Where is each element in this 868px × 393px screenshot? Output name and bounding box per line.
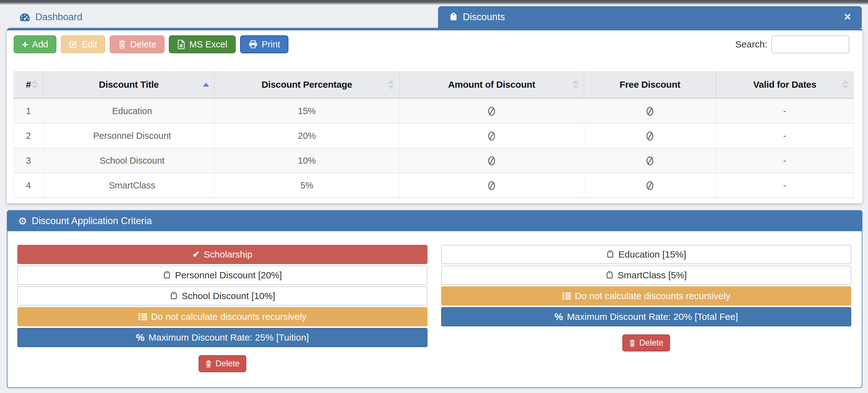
criteria-item-scholarship[interactable]: ✔ Scholarship <box>17 245 428 264</box>
criteria-delete-label: Delete <box>215 359 240 368</box>
discount-title-cell: School Discount <box>43 148 214 173</box>
table-row[interactable]: 4 SmartClass 5% - <box>14 173 854 198</box>
free-discount-cell <box>584 148 716 173</box>
search-label: Search: <box>736 39 767 50</box>
table-row[interactable]: 1 Education 15% - <box>14 98 854 123</box>
list-icon <box>138 313 147 321</box>
printer-icon <box>248 40 258 49</box>
list-icon <box>562 292 571 300</box>
ban-icon <box>488 181 496 191</box>
criteria-header-title: Discount Application Criteria <box>32 215 152 226</box>
ban-icon <box>488 156 496 166</box>
row-number: 3 <box>14 148 43 173</box>
add-button[interactable]: + Add <box>13 35 56 53</box>
criteria-delete-button[interactable]: Delete <box>198 355 246 372</box>
criteria-item-label: Maximum Discount Rate: 25% [Tuition] <box>149 332 309 343</box>
percent-icon: % <box>555 312 563 322</box>
discounts-table-wrap: # Discount Title Discount Percentage Amo… <box>13 71 856 198</box>
free-discount-cell <box>584 98 716 123</box>
col-header-discount-percentage[interactable]: Discount Percentage <box>214 71 399 98</box>
row-number: 2 <box>14 123 43 148</box>
table-row[interactable]: 2 Personnel Discount 20% - <box>14 123 854 148</box>
check-icon: ✔ <box>192 250 199 259</box>
valid-for-dates-cell: - <box>716 123 854 148</box>
tags-icon <box>449 13 458 21</box>
edit-button[interactable]: Edit <box>61 35 105 53</box>
discount-application-criteria-panel: ⚙ Discount Application Criteria ✔ Schola… <box>7 210 862 388</box>
sort-icons <box>842 80 848 90</box>
tag-icon <box>163 271 171 279</box>
free-discount-cell <box>584 123 716 148</box>
criteria-item-rule[interactable]: Do not calculate discounts recursively <box>17 307 428 326</box>
criteria-item-label: Personnel Discount [20%] <box>175 270 282 280</box>
discount-title-cell: SmartClass <box>43 173 214 198</box>
print-button[interactable]: Print <box>240 35 289 53</box>
discounts-table: # Discount Title Discount Percentage Amo… <box>13 71 854 198</box>
tab-discounts-label: Discounts <box>463 11 505 23</box>
free-discount-cell <box>584 173 716 198</box>
gear-icon: ⚙ <box>18 216 27 226</box>
discount-percentage-cell: 15% <box>214 98 399 123</box>
criteria-item-discount[interactable]: Education [15%] <box>441 245 851 264</box>
col-header-valid-for-dates[interactable]: Valid for Dates <box>716 71 854 98</box>
add-button-label: Add <box>32 39 48 50</box>
col-header-amount-of-discount[interactable]: Amount of Discount <box>399 71 584 98</box>
plus-icon: + <box>22 39 28 50</box>
excel-file-icon <box>177 40 185 49</box>
criteria-item-rule[interactable]: Do not calculate discounts recursively <box>441 286 851 306</box>
criteria-delete-label: Delete <box>639 338 663 348</box>
criteria-item-label: Do not calculate discounts recursively <box>575 291 731 301</box>
col-header-free-discount[interactable]: Free Discount <box>584 71 716 98</box>
col-header-discount-title[interactable]: Discount Title <box>43 71 214 98</box>
discount-percentage-cell: 10% <box>214 148 399 173</box>
tab-dashboard[interactable]: Dashboard <box>7 6 438 28</box>
criteria-item-label: School Discount [10%] <box>182 291 275 301</box>
toolbar: + Add Edit Delete MS Excel Print Search: <box>7 30 862 53</box>
edit-button-label: Edit <box>82 39 97 50</box>
criteria-header: ⚙ Discount Application Criteria <box>7 211 862 231</box>
criteria-item-discount[interactable]: School Discount [10%] <box>17 286 428 306</box>
col-header-num[interactable]: # <box>14 71 43 98</box>
table-row[interactable]: 3 School Discount 10% - <box>14 148 854 173</box>
criteria-delete-button[interactable]: Delete <box>622 334 670 352</box>
criteria-panel-1: ✔ Scholarship Personnel Discount [20%] S… <box>17 245 428 372</box>
ban-icon <box>646 106 654 116</box>
criteria-item-discount[interactable]: SmartClass [5%] <box>441 266 851 285</box>
trash-icon <box>205 360 212 368</box>
discount-title-cell: Education <box>43 98 214 123</box>
ms-excel-button[interactable]: MS Excel <box>169 35 236 53</box>
tag-icon <box>170 292 178 300</box>
ban-icon <box>488 131 496 141</box>
row-number: 4 <box>14 173 43 198</box>
search-group: Search: <box>736 35 849 53</box>
sort-icons <box>388 80 394 90</box>
ms-excel-button-label: MS Excel <box>189 39 227 50</box>
search-input[interactable] <box>771 35 849 53</box>
close-tab-icon[interactable] <box>844 13 851 21</box>
tab-discounts[interactable]: Discounts <box>438 6 862 28</box>
trash-icon <box>118 40 126 49</box>
tab-dashboard-label: Dashboard <box>35 11 83 23</box>
sort-icons <box>32 80 38 90</box>
discount-title-cell: Personnel Discount <box>43 123 214 148</box>
criteria-delete-row: Delete <box>441 334 851 352</box>
criteria-item-max-rate[interactable]: % Maximum Discount Rate: 20% [Total Fee] <box>441 307 851 326</box>
trash-icon <box>629 339 636 347</box>
criteria-item-label: Scholarship <box>204 249 252 260</box>
delete-button[interactable]: Delete <box>110 35 164 53</box>
sort-icons <box>572 80 579 90</box>
discounts-panel: + Add Edit Delete MS Excel Print Search: <box>7 28 862 203</box>
amount-of-discount-cell <box>399 148 584 173</box>
amount-of-discount-cell <box>399 98 584 123</box>
discount-percentage-cell: 5% <box>214 173 399 198</box>
valid-for-dates-cell: - <box>716 148 854 173</box>
amount-of-discount-cell <box>399 123 584 148</box>
criteria-item-discount[interactable]: Personnel Discount [20%] <box>17 266 428 285</box>
dashboard-icon <box>19 13 30 21</box>
criteria-item-max-rate[interactable]: % Maximum Discount Rate: 25% [Tuition] <box>17 328 428 347</box>
ban-icon <box>488 106 496 116</box>
criteria-item-label: Maximum Discount Rate: 20% [Total Fee] <box>567 311 738 322</box>
table-header-row: # Discount Title Discount Percentage Amo… <box>14 71 854 98</box>
sort-asc-icon <box>203 83 209 87</box>
discount-percentage-cell: 20% <box>214 123 399 148</box>
